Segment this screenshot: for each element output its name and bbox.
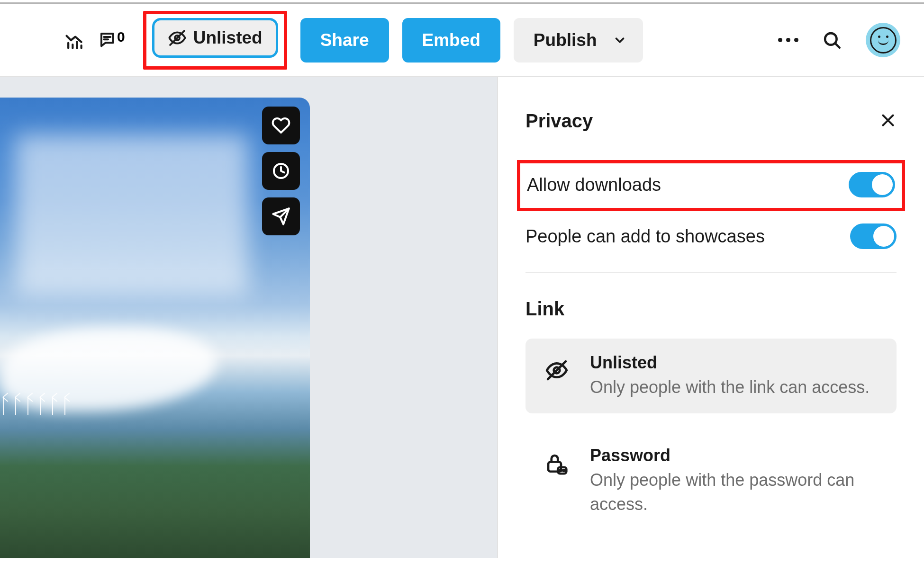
privacy-panel: Privacy Allow downloads People can add t… xyxy=(497,77,924,558)
option-desc: Only people with the link can access. xyxy=(590,375,879,399)
option-title: Password xyxy=(590,446,879,465)
embed-button[interactable]: Embed xyxy=(402,18,500,63)
watch-later-button[interactable] xyxy=(262,152,300,190)
link-option-unlisted[interactable]: Unlisted Only people with the link can a… xyxy=(525,339,897,413)
publish-label: Publish xyxy=(534,30,597,50)
panel-title: Privacy xyxy=(525,110,593,132)
close-panel-button[interactable] xyxy=(879,112,897,131)
clock-icon xyxy=(272,161,290,180)
preview-pane xyxy=(0,77,497,558)
share-button[interactable]: Share xyxy=(300,18,389,63)
highlight-allow-downloads: Allow downloads xyxy=(517,160,905,211)
search-button[interactable] xyxy=(822,30,842,50)
lock-icon xyxy=(544,451,570,477)
close-icon xyxy=(879,112,897,129)
send-button[interactable] xyxy=(262,197,300,235)
link-option-password[interactable]: Password Only people with the password c… xyxy=(525,431,897,530)
publish-button[interactable]: Publish xyxy=(514,18,643,63)
top-toolbar: 0 Unlisted Share Embed Publish xyxy=(0,2,924,77)
svg-point-17 xyxy=(560,470,562,472)
avatar[interactable] xyxy=(866,23,900,57)
analytics-icon[interactable] xyxy=(64,30,85,51)
allow-downloads-label: Allow downloads xyxy=(527,175,661,195)
eye-off-icon xyxy=(168,28,187,47)
send-icon xyxy=(272,207,290,226)
svg-line-9 xyxy=(835,43,840,47)
comment-count: 0 xyxy=(117,29,125,45)
svg-point-18 xyxy=(563,470,564,472)
visibility-button[interactable]: Unlisted xyxy=(152,18,278,58)
like-button[interactable] xyxy=(262,107,300,144)
visibility-label: Unlisted xyxy=(193,28,263,48)
option-title: Unlisted xyxy=(590,353,879,373)
showcases-label: People can add to showcases xyxy=(525,226,765,247)
divider xyxy=(525,272,897,273)
eye-off-icon xyxy=(545,358,569,382)
showcases-toggle[interactable] xyxy=(850,223,897,249)
comments-button[interactable]: 0 xyxy=(98,30,125,50)
option-desc: Only people with the password can access… xyxy=(590,468,879,516)
more-menu-button[interactable] xyxy=(778,38,798,42)
search-icon xyxy=(822,30,842,50)
heart-icon xyxy=(272,116,290,135)
chevron-down-icon xyxy=(613,33,627,47)
allow-downloads-toggle[interactable] xyxy=(849,172,895,197)
link-heading: Link xyxy=(525,298,897,320)
highlight-unlisted: Unlisted xyxy=(143,11,287,70)
comment-icon xyxy=(98,30,118,50)
